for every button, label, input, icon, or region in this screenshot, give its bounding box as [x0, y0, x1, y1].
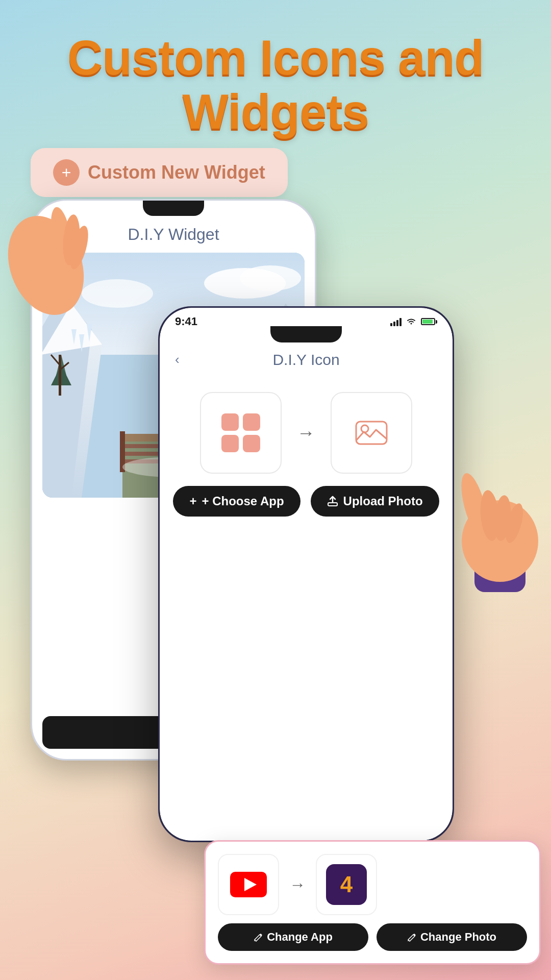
svg-point-9: [82, 279, 153, 308]
plus-icon: +: [189, 494, 196, 508]
youtube-icon-box[interactable]: [218, 854, 279, 915]
photo-icon: [354, 418, 389, 448]
choose-app-label: + Choose App: [202, 494, 284, 508]
icon-selection-row: →: [180, 392, 432, 474]
upload-photo-button[interactable]: Upload Photo: [311, 486, 439, 517]
apps-grid-icon: [221, 413, 260, 452]
status-time: 9:41: [175, 315, 197, 328]
widget-button-label: Custom New Widget: [88, 162, 265, 183]
phone-front: 9:41: [158, 306, 454, 842]
choose-app-button[interactable]: + + Choose App: [173, 486, 300, 517]
pencil2-icon: [407, 933, 416, 942]
signal-icon: [390, 317, 402, 326]
pencil-icon: [254, 933, 263, 942]
change-photo-button[interactable]: Change Photo: [377, 923, 527, 951]
card-button-row: Change App Change Photo: [218, 923, 527, 951]
svg-rect-34: [356, 422, 387, 444]
svg-rect-30: [59, 355, 61, 396]
svg-point-8: [240, 265, 301, 291]
svg-rect-36: [328, 503, 337, 506]
app4-icon-box[interactable]: 4: [316, 854, 377, 915]
app4-icon: 4: [326, 864, 367, 905]
photo-icon-box[interactable]: [331, 392, 412, 474]
wifi-icon: [406, 317, 417, 326]
svg-point-35: [361, 425, 368, 432]
upload-icon: [327, 496, 338, 507]
front-back-arrow-icon[interactable]: ‹: [175, 352, 180, 368]
action-buttons-row: + + Choose App Upload Photo: [180, 486, 432, 517]
phone-front-notch: [270, 326, 342, 342]
left-hand: [0, 174, 92, 327]
right-hand: [444, 439, 551, 592]
phone-back-title: D.I.Y Widget: [128, 225, 219, 244]
upload-photo-label: Upload Photo: [343, 494, 423, 508]
battery-icon: [421, 318, 437, 325]
change-app-label: Change App: [267, 930, 333, 944]
phone-front-content: → + + Choose App: [160, 377, 453, 532]
phone-front-title: D.I.Y Icon: [272, 351, 339, 369]
status-bar: 9:41: [160, 308, 453, 328]
card-icon-row: → 4: [218, 854, 527, 915]
app-icon-box[interactable]: [200, 392, 282, 474]
youtube-icon: [230, 872, 267, 897]
phone-back-notch: [143, 201, 204, 216]
change-app-button[interactable]: Change App: [218, 923, 368, 951]
bottom-card: → 4 Change App Change Photo: [204, 840, 541, 965]
card-arrow-icon: →: [289, 875, 306, 894]
status-icons: [390, 317, 437, 326]
change-photo-label: Change Photo: [420, 930, 496, 944]
arrow-icon: →: [297, 422, 315, 444]
hero-title: Custom Icons and Widgets: [0, 31, 551, 138]
phone-front-header: ‹ D.I.Y Icon: [160, 342, 453, 377]
